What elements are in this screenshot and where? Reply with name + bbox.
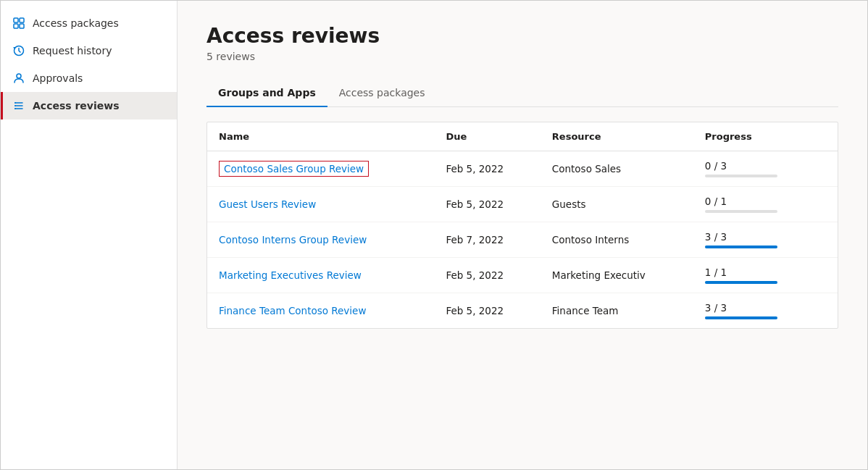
svg-point-11 bbox=[14, 108, 16, 109]
list-icon bbox=[12, 99, 25, 112]
table-row: Finance Team Contoso ReviewFeb 5, 2022Fi… bbox=[207, 293, 838, 329]
review-resource-cell: Contoso Interns bbox=[541, 222, 693, 258]
table-row: Guest Users ReviewFeb 5, 2022Guests0 / 1 bbox=[207, 187, 838, 222]
page-title: Access reviews bbox=[206, 24, 838, 48]
review-progress-cell: 3 / 3 bbox=[693, 222, 838, 258]
progress-bar-bg bbox=[705, 246, 777, 248]
review-due-cell: Feb 5, 2022 bbox=[434, 187, 540, 222]
review-progress-cell: 0 / 3 bbox=[693, 151, 838, 187]
tab-bar: Groups and AppsAccess packages bbox=[206, 80, 838, 107]
review-due-cell: Feb 5, 2022 bbox=[434, 293, 540, 329]
sidebar-item-label-access-packages: Access packages bbox=[33, 17, 119, 29]
progress-label: 3 / 3 bbox=[705, 302, 826, 314]
review-name-cell: Contoso Interns Group Review bbox=[207, 222, 434, 258]
sidebar-item-request-history[interactable]: Request history bbox=[1, 37, 177, 64]
review-name-link[interactable]: Contoso Interns Group Review bbox=[219, 234, 367, 246]
review-progress-cell: 1 / 1 bbox=[693, 258, 838, 293]
sidebar-item-label-request-history: Request history bbox=[33, 45, 112, 56]
progress-bar-bg bbox=[705, 210, 777, 213]
progress-label: 3 / 3 bbox=[705, 231, 826, 243]
review-resource-cell: Finance Team bbox=[541, 293, 693, 329]
col-header-due: Due bbox=[434, 122, 540, 151]
progress-bar-bg bbox=[705, 316, 777, 319]
progress-bar-bg bbox=[705, 281, 777, 284]
review-resource-cell: Guests bbox=[541, 187, 693, 222]
progress-bar-fill bbox=[705, 316, 777, 319]
reviews-table: NameDueResourceProgress Contoso Sales Gr… bbox=[207, 122, 838, 328]
review-count: 5 reviews bbox=[206, 51, 838, 62]
review-name-link[interactable]: Marketing Executives Review bbox=[219, 269, 362, 281]
svg-rect-0 bbox=[14, 18, 18, 22]
progress-label: 0 / 3 bbox=[705, 160, 826, 172]
review-name-link[interactable]: Finance Team Contoso Review bbox=[219, 305, 366, 316]
sidebar-item-label-access-reviews: Access reviews bbox=[33, 100, 120, 112]
table-row: Contoso Interns Group ReviewFeb 7, 2022C… bbox=[207, 222, 838, 258]
sidebar-item-label-approvals: Approvals bbox=[33, 72, 83, 84]
review-name-cell: Marketing Executives Review bbox=[207, 258, 434, 293]
svg-rect-1 bbox=[20, 18, 24, 22]
tab-access-packages[interactable]: Access packages bbox=[327, 80, 437, 107]
svg-point-9 bbox=[14, 102, 16, 104]
progress-bar-bg bbox=[705, 175, 777, 177]
table-row: Marketing Executives ReviewFeb 5, 2022Ma… bbox=[207, 258, 838, 293]
review-resource-cell: Marketing Executiv bbox=[541, 258, 693, 293]
progress-label: 1 / 1 bbox=[705, 267, 826, 278]
review-due-cell: Feb 7, 2022 bbox=[434, 222, 540, 258]
tab-groups-and-apps[interactable]: Groups and Apps bbox=[206, 80, 327, 107]
progress-bar-fill bbox=[705, 281, 777, 284]
sidebar: Access packages Request history Approval… bbox=[1, 1, 178, 469]
review-name-link[interactable]: Contoso Sales Group Review bbox=[219, 161, 369, 177]
review-due-cell: Feb 5, 2022 bbox=[434, 151, 540, 187]
col-header-name: Name bbox=[207, 122, 434, 151]
review-progress-cell: 0 / 1 bbox=[693, 187, 838, 222]
svg-rect-3 bbox=[20, 24, 24, 28]
progress-bar-fill bbox=[705, 246, 777, 248]
sidebar-item-approvals[interactable]: Approvals bbox=[1, 64, 177, 92]
person-icon bbox=[12, 72, 25, 85]
review-due-cell: Feb 5, 2022 bbox=[434, 258, 540, 293]
grid-icon bbox=[12, 17, 25, 30]
reviews-table-container: NameDueResourceProgress Contoso Sales Gr… bbox=[206, 122, 838, 329]
review-name-link[interactable]: Guest Users Review bbox=[219, 198, 316, 210]
progress-label: 0 / 1 bbox=[705, 196, 826, 207]
review-resource-cell: Contoso Sales bbox=[541, 151, 693, 187]
sidebar-item-access-reviews[interactable]: Access reviews bbox=[1, 92, 177, 119]
svg-point-5 bbox=[17, 74, 21, 78]
table-body: Contoso Sales Group ReviewFeb 5, 2022Con… bbox=[207, 151, 838, 329]
history-icon bbox=[12, 44, 25, 57]
col-header-progress: Progress bbox=[693, 122, 838, 151]
review-name-cell: Finance Team Contoso Review bbox=[207, 293, 434, 329]
main-content: Access reviews 5 reviews Groups and Apps… bbox=[178, 1, 867, 469]
review-name-cell: Contoso Sales Group Review bbox=[207, 151, 434, 187]
table-row: Contoso Sales Group ReviewFeb 5, 2022Con… bbox=[207, 151, 838, 187]
svg-rect-2 bbox=[14, 24, 18, 28]
table-header: NameDueResourceProgress bbox=[207, 122, 838, 151]
review-name-cell: Guest Users Review bbox=[207, 187, 434, 222]
svg-point-10 bbox=[14, 105, 16, 106]
sidebar-item-access-packages[interactable]: Access packages bbox=[1, 9, 177, 37]
review-progress-cell: 3 / 3 bbox=[693, 293, 838, 329]
col-header-resource: Resource bbox=[541, 122, 693, 151]
